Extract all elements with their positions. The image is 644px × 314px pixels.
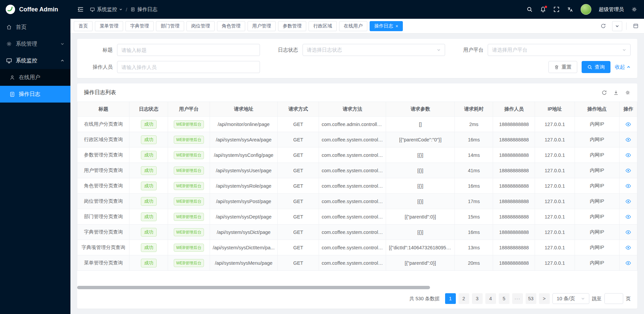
app-root: Coffee Admin 首页 系统管理 系统监控 在线用户 bbox=[0, 0, 644, 314]
table-row: 在线用户分页查询 成功 WEB管理后台 /api/monitor/online/… bbox=[77, 117, 637, 132]
status-badge: 成功 bbox=[141, 135, 157, 144]
column-header: 标题 bbox=[77, 102, 129, 117]
page-button[interactable]: 1 bbox=[445, 293, 456, 304]
cell-request-func: com.coffee.system.controlle... bbox=[319, 255, 386, 271]
view-detail-eye-icon[interactable] bbox=[625, 121, 631, 127]
column-header: IP地址 bbox=[535, 102, 575, 117]
close-icon[interactable]: × bbox=[395, 24, 398, 28]
reset-button[interactable]: 重置 bbox=[548, 61, 577, 73]
cell-title: 岗位管理分页查询 bbox=[77, 194, 129, 209]
view-detail-eye-icon[interactable] bbox=[625, 152, 631, 158]
breadcrumb-item-monitor[interactable]: 系统监控 bbox=[90, 6, 122, 13]
view-detail-eye-icon[interactable] bbox=[625, 198, 631, 204]
tab[interactable]: 部门管理 × bbox=[156, 21, 184, 31]
cell-request-time: 16ms bbox=[454, 132, 493, 147]
sidebar-item-label: 操作日志 bbox=[19, 91, 40, 98]
cell-request-func: com.coffee.system.controlle... bbox=[319, 178, 386, 194]
tab[interactable]: 岗位管理 × bbox=[186, 21, 215, 31]
cell-status: 成功 bbox=[129, 147, 168, 163]
view-detail-eye-icon[interactable] bbox=[625, 260, 631, 266]
fullscreen-icon[interactable] bbox=[553, 6, 559, 12]
next-page-button[interactable]: > bbox=[539, 293, 550, 304]
tab[interactable]: 用户管理 × bbox=[248, 21, 276, 31]
tab[interactable]: 在线用户 × bbox=[339, 21, 367, 31]
column-header: 操作地点 bbox=[575, 102, 619, 117]
chevron-down-icon bbox=[437, 48, 441, 52]
tab[interactable]: 参数管理 × bbox=[278, 21, 306, 31]
export-icon[interactable] bbox=[613, 90, 619, 96]
user-avatar[interactable] bbox=[581, 4, 591, 15]
view-detail-eye-icon[interactable] bbox=[625, 168, 631, 174]
breadcrumb-item-operation-log[interactable]: 操作日志 bbox=[130, 6, 157, 13]
jump-page-input[interactable] bbox=[604, 293, 623, 304]
view-detail-eye-icon[interactable] bbox=[625, 229, 631, 235]
tab[interactable]: 首页 × bbox=[74, 21, 93, 31]
view-detail-eye-icon[interactable] bbox=[625, 183, 631, 189]
sidebar-item-system-mgmt[interactable]: 系统管理 bbox=[0, 36, 70, 52]
collapse-filter-button[interactable]: 收起 bbox=[615, 64, 631, 70]
tab-bar-tools bbox=[598, 21, 641, 31]
query-button[interactable]: 查询 bbox=[582, 61, 610, 73]
cell-request-method: GET bbox=[278, 240, 319, 255]
tab-label: 用户管理 bbox=[252, 23, 271, 29]
table-header-bar: 操作日志列表 bbox=[77, 83, 637, 102]
filter-actions: 重置 查询 收起 bbox=[269, 61, 631, 73]
cell-title: 参数管理分页查询 bbox=[77, 147, 129, 163]
settings-gear-icon[interactable] bbox=[631, 6, 637, 12]
refresh-tabs-icon[interactable] bbox=[598, 21, 608, 31]
table-tools bbox=[601, 90, 631, 96]
log-status-field: 日志状态 请选择日志状态 bbox=[269, 44, 445, 56]
cell-request-params: [{"parentCode":"0"}] bbox=[386, 132, 455, 147]
cell-actions bbox=[619, 163, 637, 178]
sidebar-item-operation-log[interactable]: 操作日志 bbox=[0, 86, 70, 103]
page-button[interactable]: 3 bbox=[472, 293, 483, 304]
user-platform-select[interactable]: 请选择用户平台 bbox=[488, 44, 631, 56]
cell-ip: 127.0.0.1 bbox=[535, 240, 575, 255]
cell-request-method: GET bbox=[278, 178, 319, 194]
translate-icon[interactable] bbox=[567, 6, 573, 13]
cell-request-params: [{"dictId":140647326180950... bbox=[386, 240, 455, 255]
sidebar-item-online-users[interactable]: 在线用户 bbox=[0, 69, 70, 86]
refresh-table-icon[interactable] bbox=[601, 90, 607, 96]
tab-actions-dropdown[interactable] bbox=[612, 21, 622, 31]
log-status-select[interactable]: 请选择日志状态 bbox=[303, 44, 445, 56]
sidebar-item-system-monitor[interactable]: 系统监控 bbox=[0, 52, 70, 69]
layout-icon[interactable] bbox=[631, 21, 641, 31]
scrollbar-thumb[interactable] bbox=[77, 286, 430, 289]
tab[interactable]: 角色管理 × bbox=[217, 21, 245, 31]
table-row: 参数管理分页查询 成功 WEB管理后台 /api/system/sysConfi… bbox=[77, 147, 637, 163]
tab[interactable]: 字典管理 × bbox=[125, 21, 154, 31]
cell-platform: WEB管理后台 bbox=[168, 255, 210, 271]
status-badge: 成功 bbox=[141, 166, 157, 175]
horizontal-scrollbar[interactable] bbox=[77, 286, 637, 289]
cell-actions bbox=[619, 132, 637, 147]
tab-label: 参数管理 bbox=[283, 23, 302, 29]
view-detail-eye-icon[interactable] bbox=[625, 214, 631, 220]
page-button[interactable]: 2 bbox=[459, 293, 469, 304]
column-settings-gear-icon[interactable] bbox=[625, 90, 631, 96]
operator-input[interactable] bbox=[117, 61, 260, 73]
breadcrumb-separator: / bbox=[126, 7, 127, 12]
tab[interactable]: 操作日志 × bbox=[370, 21, 403, 31]
notification-bell-icon[interactable] bbox=[540, 6, 546, 12]
page-size-select[interactable]: 10 条/页 bbox=[552, 293, 589, 304]
search-icon[interactable] bbox=[527, 6, 533, 12]
view-detail-eye-icon[interactable] bbox=[625, 245, 631, 251]
page-button[interactable]: ··· bbox=[512, 293, 523, 304]
page-button[interactable]: 5 bbox=[499, 293, 509, 304]
cell-title: 用户管理分页查询 bbox=[77, 163, 129, 178]
title-input[interactable] bbox=[117, 44, 260, 56]
cell-ip: 127.0.0.1 bbox=[535, 178, 575, 194]
cell-request-url: /api/system/sysDict/page bbox=[210, 225, 277, 240]
page-button[interactable]: 4 bbox=[485, 293, 496, 304]
view-detail-eye-icon[interactable] bbox=[625, 137, 631, 143]
tab[interactable]: 行政区域 × bbox=[309, 21, 337, 31]
cell-request-time: 20ms bbox=[454, 255, 493, 271]
platform-badge: WEB管理后台 bbox=[174, 151, 204, 159]
tab[interactable]: 菜单管理 × bbox=[95, 21, 123, 31]
document-icon bbox=[130, 7, 135, 12]
column-header: 请求参数 bbox=[386, 102, 455, 117]
page-button[interactable]: 53 bbox=[526, 293, 536, 304]
sidebar-item-home[interactable]: 首页 bbox=[0, 19, 70, 36]
menu-fold-icon[interactable] bbox=[77, 6, 84, 13]
